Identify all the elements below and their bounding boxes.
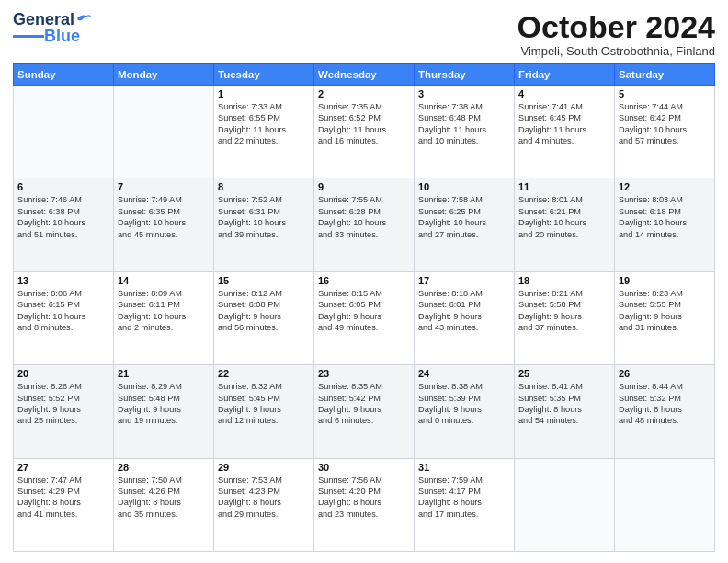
cell-text: Sunset: 6:31 PM: [218, 206, 310, 217]
logo-blue-text: Blue: [44, 27, 80, 46]
cell-text: Daylight: 9 hours: [318, 311, 410, 322]
table-row: 23Sunrise: 8:35 AMSunset: 5:42 PMDayligh…: [314, 365, 415, 458]
day-number: 17: [418, 275, 510, 286]
cell-text: and 41 minutes.: [17, 509, 109, 520]
cell-text: Daylight: 8 hours: [318, 497, 410, 508]
cell-text: Daylight: 8 hours: [418, 497, 510, 508]
cell-text: Sunrise: 7:55 AM: [318, 194, 410, 205]
cell-text: and 54 minutes.: [518, 415, 610, 426]
cell-text: Sunset: 6:38 PM: [17, 206, 109, 217]
cell-text: Daylight: 9 hours: [418, 404, 510, 415]
cell-text: Daylight: 9 hours: [218, 311, 310, 322]
table-row: 24Sunrise: 8:38 AMSunset: 5:39 PMDayligh…: [415, 365, 515, 458]
table-row: 2Sunrise: 7:35 AMSunset: 6:52 PMDaylight…: [314, 86, 415, 178]
cell-text: Daylight: 8 hours: [218, 497, 310, 508]
cell-text: Sunrise: 8:03 AM: [619, 194, 711, 205]
col-wednesday: Wednesday: [314, 64, 415, 86]
table-row: 18Sunrise: 8:21 AMSunset: 5:58 PMDayligh…: [515, 271, 615, 364]
cell-text: Sunset: 4:17 PM: [418, 486, 510, 497]
cell-text: Sunrise: 8:21 AM: [518, 288, 610, 299]
cell-text: Daylight: 10 hours: [17, 217, 109, 228]
day-number: 4: [518, 88, 610, 99]
cell-text: and 29 minutes.: [218, 509, 310, 520]
cell-text: Sunset: 6:08 PM: [218, 299, 310, 310]
cell-text: and 25 minutes.: [17, 415, 109, 426]
cell-text: Sunrise: 8:06 AM: [17, 288, 109, 299]
day-number: 10: [418, 181, 510, 192]
table-row: 11Sunrise: 8:01 AMSunset: 6:21 PMDayligh…: [515, 178, 615, 271]
cell-text: Daylight: 9 hours: [619, 311, 711, 322]
table-row: 19Sunrise: 8:23 AMSunset: 5:55 PMDayligh…: [615, 271, 715, 364]
cell-text: Daylight: 10 hours: [17, 311, 109, 322]
cell-text: and 22 minutes.: [218, 135, 310, 146]
col-tuesday: Tuesday: [214, 64, 314, 86]
cell-text: Daylight: 10 hours: [619, 124, 711, 135]
cell-text: Sunset: 6:11 PM: [118, 299, 210, 310]
cell-text: Sunrise: 8:44 AM: [619, 381, 711, 392]
col-saturday: Saturday: [615, 64, 715, 86]
cell-text: Daylight: 11 hours: [318, 124, 410, 135]
table-row: 27Sunrise: 7:47 AMSunset: 4:29 PMDayligh…: [14, 458, 114, 551]
cell-text: and 8 minutes.: [17, 322, 109, 333]
cell-text: and 14 minutes.: [619, 229, 711, 240]
day-number: 12: [619, 181, 711, 192]
cell-text: and 23 minutes.: [318, 509, 410, 520]
table-row: 15Sunrise: 8:12 AMSunset: 6:08 PMDayligh…: [214, 271, 314, 364]
cell-text: Sunset: 5:45 PM: [218, 393, 310, 404]
cell-text: Sunset: 4:20 PM: [318, 486, 410, 497]
cell-text: Sunrise: 7:53 AM: [218, 475, 310, 486]
cell-text: Daylight: 11 hours: [518, 124, 610, 135]
table-row: 22Sunrise: 8:32 AMSunset: 5:45 PMDayligh…: [214, 365, 314, 458]
cell-text: Daylight: 10 hours: [318, 217, 410, 228]
cell-text: Sunset: 6:42 PM: [619, 112, 711, 123]
table-row: 12Sunrise: 8:03 AMSunset: 6:18 PMDayligh…: [615, 178, 715, 271]
col-friday: Friday: [515, 64, 615, 86]
page: General Blue October 2024 Vimpeli, South…: [0, 0, 728, 563]
cell-text: and 48 minutes.: [619, 415, 711, 426]
day-number: 13: [17, 275, 109, 286]
location-subtitle: Vimpeli, South Ostrobothnia, Finland: [518, 44, 715, 58]
day-number: 3: [418, 88, 510, 99]
cell-text: Sunset: 6:28 PM: [318, 206, 410, 217]
cell-text: Sunrise: 7:52 AM: [218, 194, 310, 205]
cell-text: and 39 minutes.: [218, 229, 310, 240]
header: General Blue October 2024 Vimpeli, South…: [13, 11, 715, 58]
calendar-week-row: 27Sunrise: 7:47 AMSunset: 4:29 PMDayligh…: [14, 458, 715, 551]
cell-text: Daylight: 8 hours: [619, 404, 711, 415]
calendar-week-row: 13Sunrise: 8:06 AMSunset: 6:15 PMDayligh…: [14, 271, 715, 364]
cell-text: and 43 minutes.: [418, 322, 510, 333]
cell-text: Daylight: 9 hours: [17, 404, 109, 415]
day-number: 30: [318, 462, 410, 473]
cell-text: Sunset: 6:35 PM: [118, 206, 210, 217]
cell-text: Sunrise: 7:41 AM: [518, 101, 610, 112]
calendar-header-row: Sunday Monday Tuesday Wednesday Thursday…: [14, 64, 715, 86]
cell-text: and 35 minutes.: [118, 509, 210, 520]
table-row: 17Sunrise: 8:18 AMSunset: 6:01 PMDayligh…: [415, 271, 515, 364]
cell-text: and 27 minutes.: [418, 229, 510, 240]
day-number: 28: [118, 462, 210, 473]
table-row: 25Sunrise: 8:41 AMSunset: 5:35 PMDayligh…: [515, 365, 615, 458]
cell-text: and 45 minutes.: [118, 229, 210, 240]
cell-text: Daylight: 10 hours: [118, 311, 210, 322]
cell-text: Sunset: 5:35 PM: [518, 393, 610, 404]
table-row: 21Sunrise: 8:29 AMSunset: 5:48 PMDayligh…: [114, 365, 214, 458]
col-monday: Monday: [114, 64, 214, 86]
cell-text: Sunset: 6:48 PM: [418, 112, 510, 123]
table-row: 7Sunrise: 7:49 AMSunset: 6:35 PMDaylight…: [114, 178, 214, 271]
cell-text: Sunset: 5:58 PM: [518, 299, 610, 310]
cell-text: Sunrise: 8:32 AM: [218, 381, 310, 392]
day-number: 18: [518, 275, 610, 286]
day-number: 6: [17, 181, 109, 192]
cell-text: Sunrise: 8:18 AM: [418, 288, 510, 299]
cell-text: and 20 minutes.: [518, 229, 610, 240]
cell-text: Sunset: 5:55 PM: [619, 299, 711, 310]
cell-text: Daylight: 11 hours: [418, 124, 510, 135]
day-number: 27: [17, 462, 109, 473]
cell-text: Sunset: 6:01 PM: [418, 299, 510, 310]
table-row: 13Sunrise: 8:06 AMSunset: 6:15 PMDayligh…: [14, 271, 114, 364]
table-row: 14Sunrise: 8:09 AMSunset: 6:11 PMDayligh…: [114, 271, 214, 364]
cell-text: Sunset: 5:48 PM: [118, 393, 210, 404]
bird-icon: [75, 12, 92, 25]
month-title: October 2024: [518, 11, 715, 42]
day-number: 22: [218, 368, 310, 379]
